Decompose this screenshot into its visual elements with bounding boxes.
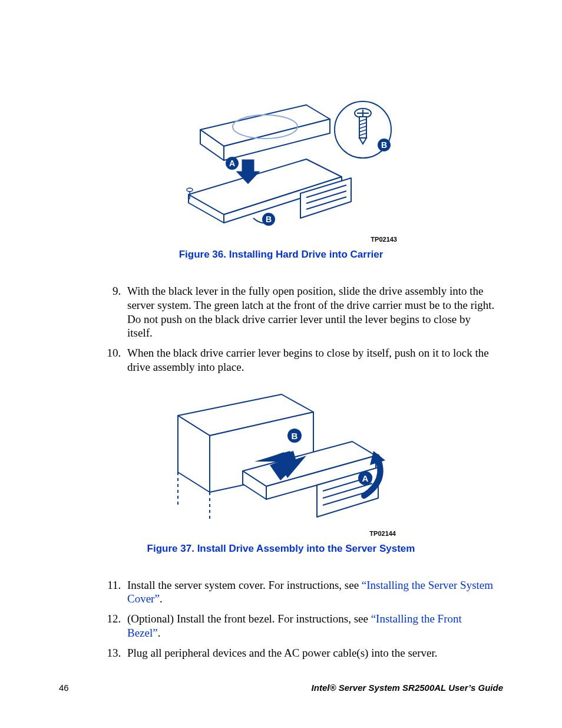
callout-b-label: B	[292, 431, 298, 441]
figure-37-caption: Figure 37. Install Drive Assembly into t…	[59, 543, 503, 555]
page-footer: 46 Intel® Server System SR2500AL User’s …	[59, 683, 503, 693]
page-number: 46	[59, 683, 69, 693]
page: A B	[0, 0, 562, 728]
step-9: With the black lever in the fully open p…	[124, 284, 497, 340]
callout-a-label-2: A	[362, 473, 369, 483]
step-12-pre: (Optional) Install the front bezel. For …	[127, 612, 371, 625]
callout-a-label: A	[229, 159, 235, 168]
figure-37-image-id: TP02144	[166, 530, 396, 537]
step-11-post: .	[160, 592, 163, 605]
callout-b-lower-label: B	[266, 215, 272, 224]
svg-point-12	[187, 188, 193, 192]
figure-36-illustration: A B	[165, 94, 397, 231]
figure-36-caption: Figure 36. Installing Hard Drive into Ca…	[59, 249, 503, 261]
instruction-list-lower: Install the server system cover. For ins…	[124, 578, 503, 660]
step-12: (Optional) Install the front bezel. For …	[124, 612, 497, 640]
instruction-list-upper: With the black lever in the fully open p…	[124, 284, 503, 374]
figure-37-block: B A TP02144 Figure 37. Install Drive Ass…	[59, 386, 503, 555]
figure-37-illustration: B A	[166, 392, 396, 525]
callout-b-inset-label: B	[381, 140, 387, 150]
figure-36-image-id: TP02143	[165, 236, 397, 243]
step-11: Install the server system cover. For ins…	[124, 578, 497, 607]
step-13: Plug all peripheral devices and the AC p…	[124, 646, 497, 660]
step-11-pre: Install the server system cover. For ins…	[127, 579, 362, 591]
step-10: When the black drive carrier lever begin…	[124, 346, 497, 374]
step-12-post: .	[158, 627, 161, 639]
figure-36-block: A B	[59, 88, 503, 261]
doc-title: Intel® Server System SR2500AL User’s Gui…	[312, 683, 503, 693]
